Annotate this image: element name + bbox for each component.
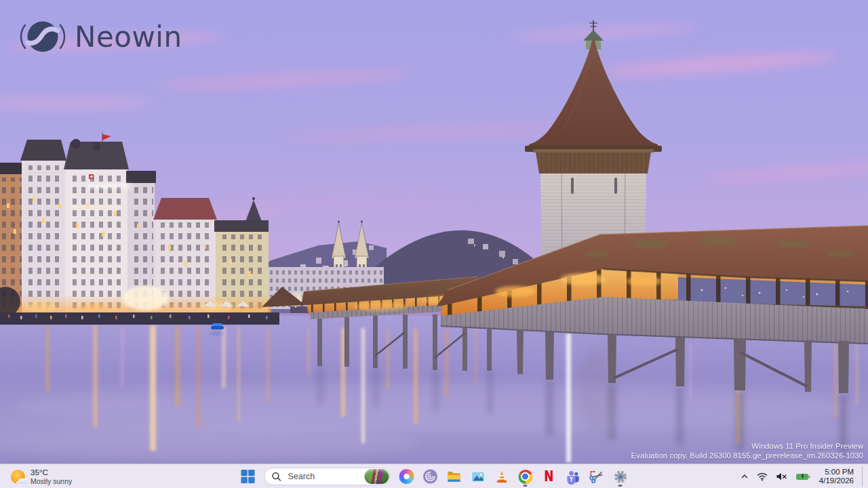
taskbar-app-vlc[interactable] xyxy=(492,466,512,487)
vlc-icon xyxy=(494,469,509,485)
clock[interactable]: 5:00 PM 4/19/2026 xyxy=(816,466,856,487)
neowin-logo-icon xyxy=(19,15,65,58)
photos-icon xyxy=(470,469,486,485)
taskbar-app-photos[interactable] xyxy=(468,466,488,487)
taskbar-app-bittorrent[interactable] xyxy=(420,466,441,487)
bittorrent-icon xyxy=(423,469,438,484)
netflix-icon: N xyxy=(544,470,553,484)
search-icon xyxy=(272,472,281,481)
snipping-tool-icon xyxy=(589,469,604,485)
boat xyxy=(211,323,224,336)
mostly-sunny-icon xyxy=(11,470,25,484)
bing-daily-image-chip[interactable] xyxy=(365,469,389,484)
battery-charging-icon xyxy=(795,472,810,481)
weather-condition: Mostly sunny xyxy=(31,477,72,485)
taskbar-app-chrome[interactable] xyxy=(515,466,536,487)
file-explorer-icon xyxy=(446,469,462,485)
tray-wifi-button[interactable] xyxy=(755,470,770,483)
settings-gear-icon xyxy=(612,469,628,485)
tray-chevron-button[interactable] xyxy=(738,470,751,483)
taskbar: 35°C Mostly sunny xyxy=(0,464,868,488)
neowin-logo: Neowin xyxy=(19,15,182,58)
tray-time: 5:00 PM xyxy=(819,468,854,477)
quay-crowd xyxy=(0,312,279,325)
volume-muted-icon xyxy=(776,472,787,481)
taskbar-app-netflix[interactable]: N xyxy=(539,466,559,487)
neowin-logo-text: Neowin xyxy=(75,20,182,54)
show-desktop-button[interactable] xyxy=(862,466,865,487)
tray-date: 4/19/2026 xyxy=(819,476,854,486)
hotel-sign-text: DES ALPES xyxy=(89,184,117,189)
taskbar-app-snipping-tool[interactable] xyxy=(587,466,607,487)
tray-battery-button[interactable] xyxy=(793,470,812,483)
wifi-icon xyxy=(757,472,768,481)
watermark-line2: Evaluation copy. Build 26300.8155.ge_pre… xyxy=(631,451,863,460)
wallpaper-image: DES ALPES xyxy=(0,0,868,464)
taskbar-app-file-explorer[interactable] xyxy=(444,466,465,487)
weather-temperature: 35°C xyxy=(31,468,72,477)
copilot-icon xyxy=(399,469,414,484)
taskbar-app-settings[interactable] xyxy=(610,466,631,487)
taskbar-app-copilot[interactable] xyxy=(397,466,417,487)
watermark-line1: Windows 11 Pro Insider Preview xyxy=(631,441,863,451)
insider-watermark: Windows 11 Pro Insider Preview Evaluatio… xyxy=(631,441,863,460)
search-box[interactable] xyxy=(264,468,391,485)
start-button[interactable] xyxy=(238,466,258,487)
search-input[interactable] xyxy=(287,471,365,482)
tray-volume-button[interactable] xyxy=(774,470,789,483)
weather-widget[interactable]: 35°C Mostly sunny xyxy=(7,467,76,487)
windows-logo-icon xyxy=(240,468,256,485)
chevron-up-icon xyxy=(741,472,749,481)
chrome-icon xyxy=(518,470,532,484)
desktop: DES ALPES xyxy=(0,0,868,488)
teams-icon xyxy=(565,469,580,485)
taskbar-app-teams[interactable] xyxy=(563,466,583,487)
